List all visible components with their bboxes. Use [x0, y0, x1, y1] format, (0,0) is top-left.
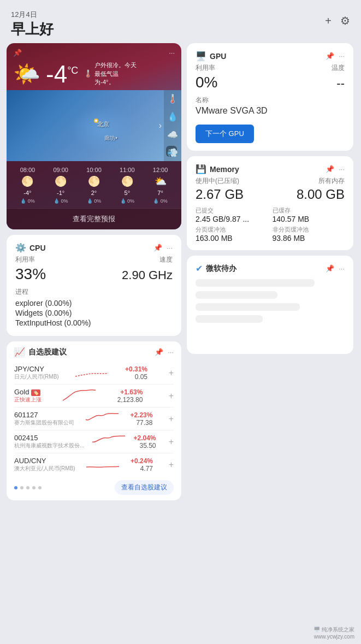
- stock-chart-4: [86, 457, 119, 472]
- memory-card-header: 💾 Memory 📌 ···: [196, 164, 345, 174]
- cpu-pin-icon[interactable]: 📌: [153, 244, 162, 252]
- todo-more-icon[interactable]: ···: [339, 264, 345, 273]
- sidebar-wind-icon[interactable]: 💨: [167, 147, 178, 158]
- cpu-metric-labels: 利用率 速度: [15, 255, 173, 264]
- weather-pin-icon[interactable]: 📌: [13, 49, 22, 57]
- memory-inuse-value: 2.67 GB: [196, 187, 244, 202]
- cpu-speed-value: 2.90 GHz: [122, 268, 173, 282]
- hourly-time-0: 08:00: [20, 167, 35, 173]
- memory-pin-icon[interactable]: 📌: [326, 165, 334, 173]
- gpu-pin-icon[interactable]: 📌: [326, 52, 334, 60]
- weather-hourly: 08:00 🌕 -4° 💧 0% 09:00 🌕 -1° 💧 0% 10:00 …: [7, 161, 181, 208]
- sidebar-cloud-icon[interactable]: ☁️: [167, 129, 178, 140]
- stock-add-2[interactable]: +: [169, 414, 174, 424]
- memory-total-label: 所有内存: [318, 176, 345, 186]
- weather-top: 📌 ···: [7, 43, 181, 60]
- stock-item-2[interactable]: 601127 赛力斯集团股份有限公司 +2.23% 77.38 +: [14, 407, 174, 430]
- stock-add-3[interactable]: +: [169, 437, 174, 447]
- gpu-temp-label: 温度: [332, 63, 345, 73]
- stock-dot-1: [14, 486, 17, 489]
- stock-price-2: 77.38: [136, 419, 152, 427]
- stock-sub-2: 赛力斯集团股份有限公司: [14, 419, 74, 427]
- sidebar-rain-icon[interactable]: 💧: [167, 111, 178, 122]
- stock-item-4[interactable]: AUD/CNY 澳大利亚元/人民币(RMB) +0.24% 4.77 +: [14, 453, 174, 476]
- memory-more-icon[interactable]: ···: [339, 165, 345, 173]
- cpu-utilization-value: 33%: [15, 265, 46, 283]
- hourly-precip-2: 💧 0%: [87, 198, 102, 204]
- weather-more-icon[interactable]: ···: [169, 49, 175, 57]
- hourly-item-4: 12:00 ⛅ 7° 💧 0%: [153, 167, 168, 204]
- stock-name-4: AUD/CNY: [14, 457, 75, 465]
- memory-title: Memory: [210, 165, 239, 174]
- left-column: 📌 ··· 🌤️ -4°C 🌡️ 户外很冷。今天最低气温为-4°。 北京 廊坊•: [7, 43, 181, 500]
- memory-page-pool-value: 163.00 MB: [196, 234, 268, 243]
- hourly-item-0: 08:00 🌕 -4° 💧 0%: [20, 167, 35, 204]
- stock-change-2: +2.23%: [130, 411, 152, 419]
- cpu-title-row: ⚙️ CPU: [15, 243, 46, 253]
- stock-card-icons: 📌 ···: [155, 348, 174, 356]
- hourly-temp-3: 5°: [125, 190, 131, 196]
- watermark-icon: 🖥️ 纯净系统之家: [313, 626, 354, 634]
- hourly-item-3: 11:00 🌕 5° 💧 0%: [120, 167, 135, 204]
- greeting-label: 早上好: [11, 20, 54, 39]
- stock-chart-2: [86, 411, 119, 427]
- weather-arrow-icon[interactable]: ›: [159, 121, 162, 131]
- stock-add-0[interactable]: +: [169, 368, 174, 378]
- top-bar-left: 12月4日 早上好: [11, 10, 54, 39]
- stock-right-2: +2.23% 77.38: [130, 411, 152, 427]
- cpu-card: ⚙️ CPU 📌 ··· 利用率 速度 33% 2.90 GHz 进程 expl…: [7, 235, 181, 336]
- memory-cached-label: 已缓存: [273, 206, 345, 215]
- memory-committed: 已提交 2.45 GB/9.87 ...: [196, 206, 268, 223]
- stock-add-1[interactable]: +: [169, 391, 174, 401]
- gpu-name-label: 名称: [196, 96, 345, 105]
- stock-left-1: Gold 🏷️ 正快速上涨: [14, 388, 42, 404]
- watermark: 🖥️ 纯净系统之家 www.ycwjzy.com: [313, 626, 354, 640]
- gpu-more-icon[interactable]: ···: [339, 52, 345, 60]
- stock-view-button[interactable]: 查看自选股建议: [115, 480, 174, 495]
- stock-add-4[interactable]: +: [169, 460, 174, 470]
- stock-price-0: 0.05: [135, 373, 147, 381]
- add-icon[interactable]: +: [325, 15, 332, 27]
- gpu-next-button[interactable]: 下一个 GPU: [196, 125, 254, 143]
- todo-pin-icon[interactable]: 📌: [326, 264, 334, 273]
- stock-item-1[interactable]: Gold 🏷️ 正快速上涨 +1.63% 2,123.80 +: [14, 385, 174, 407]
- hourly-precip-1: 💧 0%: [54, 198, 68, 204]
- stock-item-3[interactable]: 002415 杭州海康威视数字技术股份... +2.04% 35.50 +: [14, 430, 174, 453]
- settings-icon[interactable]: ⚙: [340, 14, 350, 27]
- sidebar-temp-icon[interactable]: 🌡️: [167, 93, 178, 104]
- hourly-time-1: 09:00: [53, 167, 68, 173]
- stock-name-3: 002415: [14, 434, 84, 442]
- hourly-temp-0: -4°: [23, 190, 31, 196]
- weather-description: 🌡️ 户外很冷。今天最低气温为-4°。: [84, 61, 138, 86]
- weather-sidebar: 🌡️ 💧 ☁️ 💨: [164, 90, 181, 161]
- stock-pin-icon[interactable]: 📌: [155, 348, 163, 356]
- stock-bottom: 查看自选股建议: [14, 480, 174, 495]
- stock-item-0[interactable]: JPY/CNY 日元/人民币(RMB) +0.31% 0.05 +: [14, 362, 174, 385]
- stock-right-4: +0.24% 4.77: [131, 457, 153, 472]
- todo-placeholder-3: [196, 303, 300, 311]
- stock-left-0: JPY/CNY 日元/人民币(RMB): [14, 365, 59, 381]
- cpu-process-2: TextInputHost (0.00%): [15, 318, 173, 327]
- memory-main-values: 2.67 GB 8.00 GB: [196, 187, 345, 202]
- stock-more-icon[interactable]: ···: [168, 348, 174, 356]
- weather-forecast-link[interactable]: 查看完整预报: [7, 208, 181, 229]
- todo-card-header: ✔ 微软待办 📌 ···: [196, 263, 345, 274]
- memory-cached-value: 140.57 MB: [273, 215, 345, 223]
- stock-change-3: +2.04%: [134, 434, 156, 442]
- stock-right-3: +2.04% 35.50: [134, 434, 156, 450]
- stock-sub-0: 日元/人民币(RMB): [14, 373, 59, 381]
- todo-title: 微软待办: [206, 264, 236, 274]
- cpu-more-icon[interactable]: ···: [167, 244, 173, 252]
- cpu-processes: explorer (0.00%)Widgets (0.00%)TextInput…: [15, 299, 173, 327]
- memory-committed-value: 2.45 GB/9.87 ...: [196, 215, 268, 223]
- cpu-utilization-label: 利用率: [15, 255, 35, 264]
- hourly-precip-0: 💧 0%: [20, 198, 35, 204]
- stock-name-1: Gold 🏷️: [14, 388, 42, 396]
- map-location-beijing: 北京: [97, 120, 109, 128]
- memory-committed-label: 已提交: [196, 206, 268, 215]
- gpu-metric-labels: 利用率 温度: [196, 63, 345, 73]
- memory-non-page-pool-label: 非分页缓冲池: [273, 226, 345, 234]
- hourly-icon-1: 🌕: [55, 175, 67, 187]
- stock-name-0: JPY/CNY: [14, 365, 59, 373]
- stock-card-header: 📈 自选股建议 📌 ···: [14, 347, 174, 357]
